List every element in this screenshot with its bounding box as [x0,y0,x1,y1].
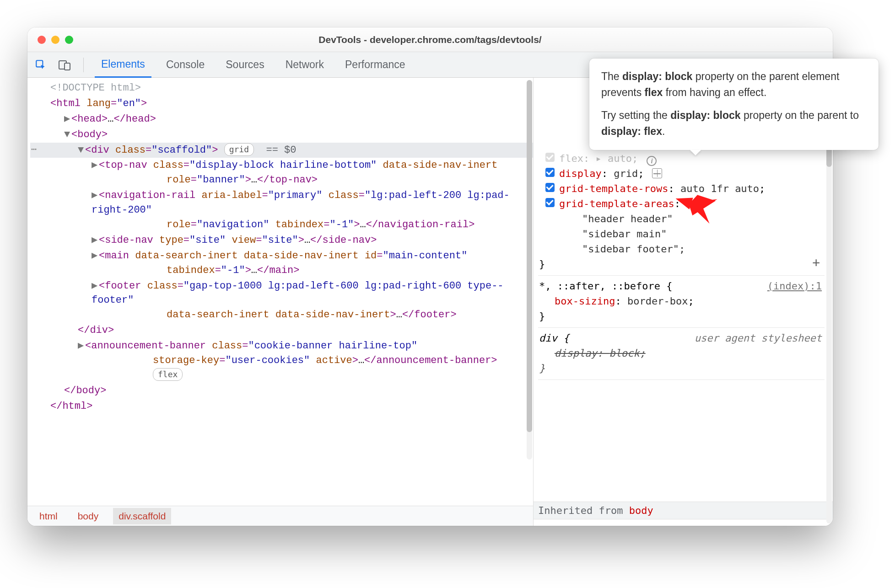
dom-node-html[interactable]: <html lang="en"> [30,96,533,112]
dom-node-head[interactable]: ▶<head>…</head> [30,112,533,127]
prop-display-block[interactable]: display: block; [539,346,824,361]
maximize-window-button[interactable] [65,36,73,44]
style-rule-universal[interactable]: (index):1 *, ::after, ::before { box-siz… [538,276,825,328]
toolbar-divider [83,58,84,72]
dom-panel: <!DOCTYPE html> <html lang="en"> ▶<head>… [27,78,534,526]
titlebar: DevTools - developer.chrome.com/tags/dev… [27,27,833,52]
style-rule-ua-div[interactable]: user agent stylesheet div { display: blo… [538,328,825,380]
crumb-html[interactable]: html [34,508,63,524]
dom-node-main[interactable]: ▶<main data-search-inert data-side-nav-i… [30,248,533,278]
window-title: DevTools - developer.chrome.com/tags/dev… [27,34,833,45]
crumb-body[interactable]: body [72,508,104,524]
dom-node-div-close[interactable]: </div> [30,323,533,338]
dom-node-topnav[interactable]: ▶<top-nav class="display-block hairline-… [30,158,533,188]
tab-performance[interactable]: Performance [339,52,412,78]
checkbox-icon[interactable] [545,153,555,162]
prop-box-sizing[interactable]: box-sizing: border-box; [539,294,824,309]
dom-node-scaffold[interactable]: ▼<div class="scaffold"> grid == $0 [30,143,533,158]
inspect-icon[interactable] [33,57,49,73]
dom-tree[interactable]: <!DOCTYPE html> <html lang="en"> ▶<head>… [27,78,533,506]
rule-close: } [539,257,824,272]
selected-sigil: == $0 [266,144,296,156]
grid-badge[interactable]: grid [224,143,254,156]
inherited-header: Inherited from body [534,502,833,519]
svg-rect-2 [65,63,70,70]
checkbox-icon[interactable] [545,183,555,192]
tab-console[interactable]: Console [160,52,211,78]
gta-line-2: "sidebar main" [539,226,824,241]
rule-source-link[interactable]: (index):1 [767,278,822,294]
dom-node-announcement[interactable]: ▶<announcement-banner class="cookie-bann… [30,338,533,383]
hint-tooltip: The display: block property on the paren… [589,59,879,150]
device-toggle-icon[interactable] [57,57,72,73]
prop-gtr[interactable]: grid-template-rows: auto 1fr auto; [539,181,824,196]
breadcrumbs: html body div.scaffold [27,506,533,526]
dom-node-doctype[interactable]: <!DOCTYPE html> [30,80,533,96]
gta-line-3: "sidebar footer"; [539,241,824,257]
close-window-button[interactable] [38,36,46,44]
dom-node-body[interactable]: ▼<body> [30,127,533,143]
add-rule-icon[interactable]: + [812,253,820,273]
traffic-lights [38,36,73,44]
prop-gta[interactable]: grid-template-areas: [539,196,824,211]
tab-elements[interactable]: Elements [95,52,151,78]
dom-node-html-close[interactable]: </html> [30,399,533,414]
tab-network[interactable]: Network [279,52,330,78]
rule-source-link[interactable]: (index):1 [767,524,822,526]
dom-node-navrail[interactable]: ▶<navigation-rail aria-label="primary" c… [30,188,533,233]
style-rule-body[interactable]: (index):1 body { min-height: 100vh; [538,521,825,526]
dom-node-body-close[interactable]: </body> [30,383,533,399]
checkbox-icon[interactable] [545,168,555,177]
gta-line-1: "header header" [539,211,824,226]
dom-scrollbar[interactable] [527,80,532,460]
grid-icon[interactable] [652,168,662,178]
styles-body-inherited[interactable]: (index):1 body { min-height: 100vh; [534,519,833,526]
dom-node-sidenav[interactable]: ▶<side-nav type="site" view="site">…</si… [30,233,533,248]
flex-badge[interactable]: flex [153,368,183,381]
tab-sources[interactable]: Sources [219,52,270,78]
prop-flex[interactable]: flex: ▸ auto; i [539,151,824,166]
rule-source-ua: user agent stylesheet [695,331,822,346]
crumb-div-scaffold[interactable]: div.scaffold [113,508,171,524]
checkbox-icon[interactable] [545,198,555,207]
info-icon[interactable]: i [647,156,657,166]
dom-node-footer[interactable]: ▶<footer class="gap-top-1000 lg:pad-left… [30,278,533,323]
prop-display[interactable]: display: grid; [539,166,824,181]
minimize-window-button[interactable] [51,36,59,44]
